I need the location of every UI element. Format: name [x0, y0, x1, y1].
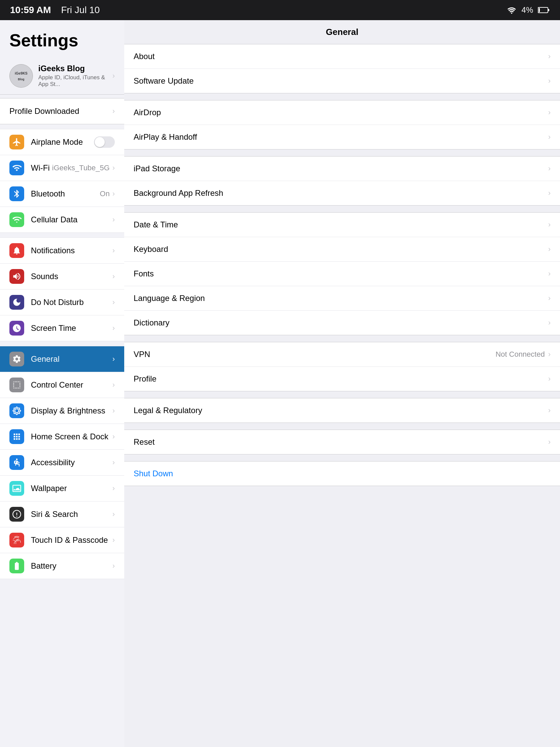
sidebar-item-display-brightness[interactable]: Display & Brightness ›: [0, 398, 124, 424]
sidebar-item-screen-time[interactable]: Screen Time ›: [0, 315, 124, 341]
touch-id-icon: [9, 533, 24, 547]
panel-section-vpn: VPN Not Connected › Profile ›: [124, 342, 560, 391]
panel-item-vpn[interactable]: VPN Not Connected ›: [124, 342, 560, 367]
panel-item-language-region[interactable]: Language & Region ›: [124, 286, 560, 311]
profile-banner-chevron-icon: ›: [112, 107, 115, 115]
airplay-handoff-chevron-icon: ›: [548, 133, 551, 141]
sidebar-item-cellular[interactable]: Cellular Data ›: [0, 207, 124, 233]
svg-point-6: [16, 459, 18, 460]
accessibility-label: Accessibility: [31, 458, 112, 467]
bluetooth-chevron-icon: ›: [112, 189, 115, 198]
user-name: iGeeks Blog: [38, 64, 112, 73]
screen-time-chevron-icon: ›: [112, 324, 115, 333]
svg-rect-1: [538, 8, 540, 12]
panel-bottom-spacer: [124, 493, 560, 503]
sidebar-item-siri-search[interactable]: Siri & Search ›: [0, 501, 124, 527]
screen-time-icon: [9, 321, 24, 336]
wallpaper-chevron-icon: ›: [112, 484, 115, 493]
software-update-chevron-icon: ›: [548, 77, 551, 85]
panel-item-date-time[interactable]: Date & Time ›: [124, 213, 560, 237]
sidebar-item-battery[interactable]: Battery ›: [0, 553, 124, 579]
cellular-chevron-icon: ›: [112, 215, 115, 224]
home-screen-label: Home Screen & Dock: [31, 432, 112, 441]
bluetooth-label: Bluetooth: [31, 189, 100, 199]
sidebar-item-accessibility[interactable]: Accessibility ›: [0, 450, 124, 475]
siri-search-label: Siri & Search: [31, 510, 112, 519]
keyboard-label: Keyboard: [134, 244, 548, 254]
cellular-label: Cellular Data: [31, 215, 112, 224]
sidebar-item-wifi[interactable]: Wi-Fi iGeeks_Tube_5G ›: [0, 155, 124, 181]
panel-title: General: [124, 20, 560, 44]
airplane-mode-toggle[interactable]: [94, 136, 115, 148]
sidebar-item-notifications[interactable]: Notifications ›: [0, 237, 124, 264]
cellular-icon: [9, 212, 24, 227]
about-chevron-icon: ›: [548, 52, 551, 61]
settings-title: Settings: [0, 20, 124, 57]
profile-label: Profile: [134, 374, 548, 384]
battery-icon: [538, 6, 550, 14]
panel-item-airplay-handoff[interactable]: AirPlay & Handoff ›: [124, 125, 560, 149]
panel-item-legal[interactable]: Legal & Regulatory ›: [124, 398, 560, 422]
user-profile[interactable]: iGe9KS Blog iGeeks Blog Apple ID, iCloud…: [0, 57, 124, 95]
display-brightness-chevron-icon: ›: [112, 406, 115, 415]
airplay-handoff-label: AirPlay & Handoff: [134, 132, 548, 142]
wifi-label: Wi-Fi: [31, 163, 52, 173]
wallpaper-label: Wallpaper: [31, 484, 112, 493]
airplane-mode-icon: [9, 135, 24, 150]
background-refresh-chevron-icon: ›: [548, 189, 551, 198]
sidebar-item-dnd[interactable]: Do Not Disturb ›: [0, 289, 124, 315]
panel-item-software-update[interactable]: Software Update ›: [124, 69, 560, 93]
vpn-chevron-icon: ›: [548, 350, 551, 359]
control-center-icon: [9, 378, 24, 392]
panel-section-reset: Reset ›: [124, 430, 560, 455]
home-screen-icon: [9, 429, 24, 444]
sidebar-item-control-center[interactable]: Control Center ›: [0, 372, 124, 398]
user-subtitle: Apple ID, iCloud, iTunes & App St...: [38, 74, 112, 88]
panel-item-ipad-storage[interactable]: iPad Storage ›: [124, 156, 560, 181]
sidebar-item-general[interactable]: General ›: [0, 346, 124, 372]
reset-label: Reset: [134, 437, 548, 447]
panel-item-background-refresh[interactable]: Background App Refresh ›: [124, 181, 560, 205]
panel-item-fonts[interactable]: Fonts ›: [124, 262, 560, 286]
status-time: 10:59 AM: [10, 5, 51, 16]
date-time-label: Date & Time: [134, 220, 548, 229]
sidebar-item-sounds[interactable]: Sounds ›: [0, 264, 124, 289]
sidebar-item-home-screen[interactable]: Home Screen & Dock ›: [0, 424, 124, 450]
airplane-mode-label: Airplane Mode: [31, 137, 94, 147]
vpn-value: Not Connected: [496, 350, 545, 359]
shutdown-label: Shut Down: [134, 469, 173, 478]
panel-section-airdrop: AirDrop › AirPlay & Handoff ›: [124, 100, 560, 150]
notifications-label: Notifications: [31, 246, 112, 255]
general-chevron-icon: ›: [112, 355, 115, 363]
language-region-chevron-icon: ›: [548, 294, 551, 303]
general-icon: [9, 352, 24, 366]
display-brightness-label: Display & Brightness: [31, 406, 112, 415]
panel-section-date-keyboard: Date & Time › Keyboard › Fonts › Languag…: [124, 212, 560, 335]
panel-item-airdrop[interactable]: AirDrop ›: [124, 100, 560, 125]
panel-item-about[interactable]: About ›: [124, 44, 560, 69]
profile-banner[interactable]: Profile Downloaded ›: [0, 98, 124, 124]
background-refresh-label: Background App Refresh: [134, 188, 548, 198]
accessibility-chevron-icon: ›: [112, 458, 115, 467]
main-layout: Settings iGe9KS Blog iGeeks Blog Apple I…: [0, 20, 560, 747]
profile-banner-label: Profile Downloaded: [9, 106, 79, 116]
panel-item-keyboard[interactable]: Keyboard ›: [124, 237, 560, 262]
svg-rect-3: [10, 65, 32, 87]
sidebar-item-touch-id[interactable]: Touch ID & Passcode ›: [0, 527, 124, 553]
control-center-label: Control Center: [31, 380, 112, 390]
sidebar-item-wallpaper[interactable]: Wallpaper ›: [0, 475, 124, 501]
wifi-status-icon: [507, 6, 517, 14]
panel-section-storage: iPad Storage › Background App Refresh ›: [124, 156, 560, 206]
status-bar: 10:59 AM Fri Jul 10 4%: [0, 0, 560, 20]
dictionary-label: Dictionary: [134, 318, 548, 328]
sidebar-item-airplane-mode[interactable]: Airplane Mode: [0, 129, 124, 155]
battery-label: Battery: [31, 561, 112, 571]
about-label: About: [134, 52, 548, 61]
legal-chevron-icon: ›: [548, 406, 551, 415]
panel-item-shutdown[interactable]: Shut Down: [124, 462, 560, 486]
sidebar-item-bluetooth[interactable]: Bluetooth On ›: [0, 181, 124, 207]
panel-item-reset[interactable]: Reset ›: [124, 430, 560, 454]
siri-icon: [9, 507, 24, 522]
panel-item-profile[interactable]: Profile ›: [124, 367, 560, 391]
panel-item-dictionary[interactable]: Dictionary ›: [124, 311, 560, 335]
